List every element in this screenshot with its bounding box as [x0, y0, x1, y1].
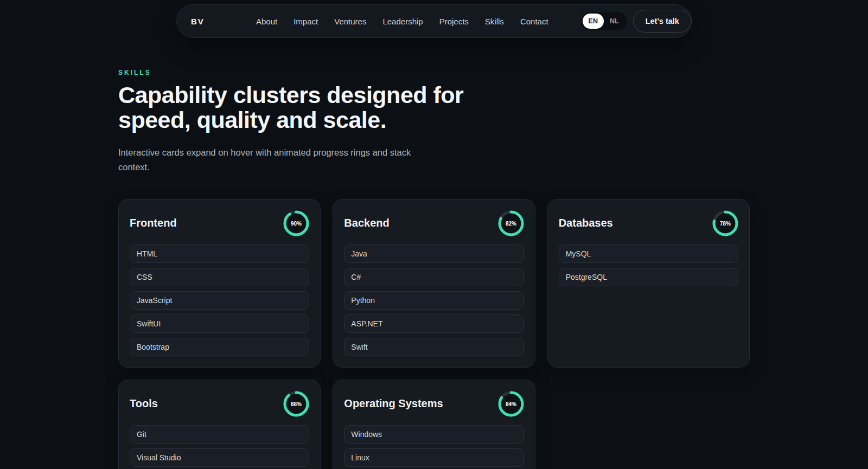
progress-ring-tools: 88%	[283, 391, 309, 417]
skill-item-swift: Swift	[344, 338, 524, 356]
card-title: Operating Systems	[344, 397, 443, 410]
skill-list: JavaC#PythonASP.NETSwift	[344, 245, 524, 356]
progress-ring-frontend: 90%	[283, 210, 309, 236]
lang-toggle[interactable]: ENNL	[581, 12, 627, 30]
card-header: Tools88%	[130, 391, 309, 417]
progress-percent-label: 90%	[291, 220, 302, 226]
progress-percent-label: 88%	[291, 401, 302, 407]
skill-item-visual-studio: Visual Studio	[130, 448, 309, 467]
card-header: Frontend90%	[130, 210, 309, 236]
nav-links: AboutImpactVenturesLeadershipProjectsSki…	[256, 17, 581, 26]
progress-ring-operating-systems: 84%	[498, 391, 524, 417]
skill-item-postgresql: PostgreSQL	[559, 268, 738, 286]
card-title: Backend	[344, 217, 389, 229]
skill-item-c: C#	[344, 268, 524, 286]
progress-percent-label: 78%	[720, 220, 731, 226]
skill-list: MySQLPostgreSQL	[559, 245, 738, 286]
page-title: Capability clusters designed for speed, …	[118, 83, 750, 132]
section-eyebrow: SKILLS	[118, 69, 750, 76]
skills-section: SKILLS Capability clusters designed for …	[118, 38, 750, 469]
section-subtitle: Interactive cards expand on hover with a…	[118, 145, 750, 174]
card-title: Frontend	[130, 217, 177, 229]
navbar: BV AboutImpactVenturesLeadershipProjects…	[176, 4, 692, 38]
progress-percent-label: 82%	[506, 220, 516, 226]
skill-list: WindowsLinux	[344, 425, 524, 469]
skill-card-backend[interactable]: Backend82%JavaC#PythonASP.NETSwift	[333, 199, 535, 368]
skill-item-html: HTML	[130, 245, 309, 263]
lang-option-nl[interactable]: NL	[604, 14, 625, 29]
card-title: Tools	[130, 397, 158, 410]
skills-grid: Frontend90%HTMLCSSJavaScriptSwiftUIBoots…	[118, 199, 750, 469]
lang-option-en[interactable]: EN	[583, 14, 604, 29]
skill-item-asp-net: ASP.NET	[344, 314, 524, 333]
progress-ring-databases: 78%	[712, 210, 738, 236]
skill-item-git: Git	[130, 425, 309, 444]
brand-logo: BV	[191, 17, 256, 26]
card-title: Databases	[559, 217, 613, 229]
skill-item-python: Python	[344, 291, 524, 310]
nav-link-projects[interactable]: Projects	[439, 17, 469, 26]
skill-list: GitVisual Studio	[130, 425, 309, 469]
skill-item-css: CSS	[130, 268, 309, 286]
skill-item-linux: Linux	[344, 448, 524, 467]
skill-item-bootstrap: Bootstrap	[130, 338, 309, 356]
skill-item-mysql: MySQL	[559, 245, 738, 263]
skill-card-tools[interactable]: Tools88%GitVisual Studio	[118, 380, 321, 469]
nav-link-ventures[interactable]: Ventures	[334, 17, 366, 26]
skill-card-operating-systems[interactable]: Operating Systems84%WindowsLinux	[333, 380, 535, 469]
nav-link-impact[interactable]: Impact	[293, 17, 318, 26]
card-header: Operating Systems84%	[344, 391, 524, 417]
skill-card-databases[interactable]: Databases78%MySQLPostgreSQL	[547, 199, 750, 368]
navbar-right: ENNL Let's talk	[581, 10, 692, 33]
card-header: Databases78%	[559, 210, 738, 236]
nav-link-contact[interactable]: Contact	[520, 17, 548, 26]
nav-link-skills[interactable]: Skills	[485, 17, 504, 26]
nav-link-leadership[interactable]: Leadership	[382, 17, 423, 26]
progress-percent-label: 84%	[506, 401, 516, 407]
skill-card-frontend[interactable]: Frontend90%HTMLCSSJavaScriptSwiftUIBoots…	[118, 199, 321, 368]
skill-list: HTMLCSSJavaScriptSwiftUIBootstrap	[130, 245, 309, 356]
skill-item-windows: Windows	[344, 425, 524, 444]
nav-link-about[interactable]: About	[256, 17, 277, 26]
skill-item-swiftui: SwiftUI	[130, 314, 309, 333]
skill-item-javascript: JavaScript	[130, 291, 309, 310]
card-header: Backend82%	[344, 210, 524, 236]
skill-item-java: Java	[344, 245, 524, 263]
lets-talk-button[interactable]: Let's talk	[633, 10, 692, 33]
progress-ring-backend: 82%	[498, 210, 524, 236]
